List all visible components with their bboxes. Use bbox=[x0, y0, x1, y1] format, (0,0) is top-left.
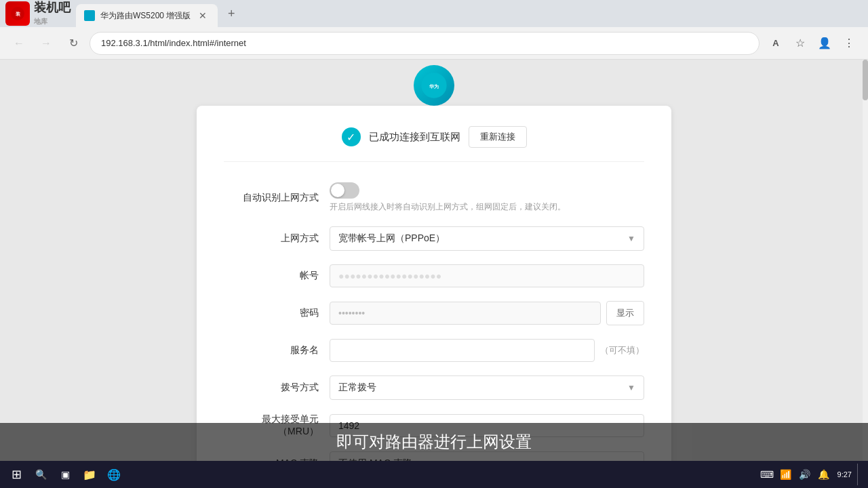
svg-text:华为: 华为 bbox=[429, 83, 439, 89]
reconnect-button[interactable]: 重新连接 bbox=[469, 126, 527, 148]
auto-detect-toggle[interactable] bbox=[330, 182, 359, 199]
taskbar-icons: 🔍 ▣ 📁 🌐 bbox=[30, 464, 125, 485]
password-input-row: 显示 bbox=[330, 301, 644, 325]
url-text: 192.168.3.1/html/index.html#/internet bbox=[101, 38, 246, 48]
wan-type-label: 上网方式 bbox=[224, 232, 319, 245]
svg-text:装: 装 bbox=[16, 11, 21, 16]
forward-icon: → bbox=[41, 37, 52, 49]
auto-detect-hint: 开启后网线接入时将自动识别上网方式，组网固定后，建议关闭。 bbox=[330, 201, 644, 213]
account-button[interactable]: 👤 bbox=[814, 33, 835, 54]
start-icon: ⊞ bbox=[12, 467, 22, 482]
browser-tab[interactable]: 华为路由WS5200 增强版 ✕ bbox=[76, 4, 218, 27]
dial-mode-select[interactable]: 正常拨号 ▼ bbox=[330, 375, 644, 400]
forward-button[interactable]: → bbox=[35, 33, 57, 54]
menu-button[interactable]: ⋮ bbox=[838, 33, 860, 54]
success-text: 已成功连接到互联网 bbox=[369, 131, 460, 144]
auto-detect-row: 自动识别上网方式 开启后网线接入时将自动识别上网方式，组网固定后，建议关闭。 bbox=[224, 182, 644, 213]
dial-mode-value: 正常拨号 bbox=[338, 382, 376, 394]
account-control bbox=[330, 264, 644, 287]
account-icon: 👤 bbox=[818, 37, 831, 49]
tab-title: 华为路由WS5200 增强版 bbox=[100, 10, 191, 22]
huawei-logo: 装 bbox=[5, 1, 30, 26]
notification-icon[interactable]: 🔔 bbox=[816, 466, 832, 483]
file-explorer-button[interactable]: 📁 bbox=[79, 464, 100, 485]
search-taskbar-icon: 🔍 bbox=[35, 469, 47, 480]
tab-bar: 装 装机吧地库 华为路由WS5200 增强版 ✕ + bbox=[0, 0, 868, 27]
nav-icons: A ☆ 👤 ⋮ bbox=[765, 33, 860, 54]
wan-type-control: 宽带帐号上网（PPPoE） ▼ bbox=[330, 226, 644, 251]
start-button[interactable]: ⊞ bbox=[5, 464, 27, 485]
auto-detect-label: 自动识别上网方式 bbox=[224, 192, 319, 204]
success-icon: ✓ bbox=[342, 127, 361, 146]
service-name-row: 服务名 （可不填） bbox=[224, 339, 644, 362]
password-label: 密码 bbox=[224, 307, 319, 319]
service-name-control: （可不填） bbox=[330, 339, 644, 362]
password-control: 显示 bbox=[330, 301, 644, 325]
logo-area: 华为 bbox=[0, 60, 868, 106]
star-icon: ☆ bbox=[795, 37, 805, 49]
optional-text: （可不填） bbox=[600, 344, 644, 357]
wan-type-select[interactable]: 宽带帐号上网（PPPoE） ▼ bbox=[330, 226, 644, 251]
browser-taskbar-icon: 🌐 bbox=[107, 468, 121, 481]
brand-text: 装机吧地库 bbox=[34, 1, 71, 26]
account-input[interactable] bbox=[330, 264, 644, 287]
bookmark-button[interactable]: ☆ bbox=[789, 33, 811, 54]
service-name-input[interactable] bbox=[330, 339, 595, 362]
router-logo: 华为 bbox=[414, 65, 454, 106]
browser-chrome: 装 装机吧地库 华为路由WS5200 增强版 ✕ + ← → ↻ 192.168… bbox=[0, 0, 868, 60]
taskbar: ⊞ 🔍 ▣ 📁 🌐 ⌨ 📶 🔊 🔔 9:27 bbox=[0, 461, 868, 488]
wan-type-arrow: ▼ bbox=[627, 234, 635, 243]
task-view-icon: ▣ bbox=[61, 469, 70, 480]
tab-close-button[interactable]: ✕ bbox=[196, 9, 210, 22]
show-password-button[interactable]: 显示 bbox=[606, 301, 644, 325]
new-tab-button[interactable]: + bbox=[220, 3, 242, 24]
browser-taskbar-button[interactable]: 🌐 bbox=[103, 464, 125, 485]
translate-button[interactable]: A bbox=[765, 33, 787, 54]
dial-mode-row: 拨号方式 正常拨号 ▼ bbox=[224, 375, 644, 400]
refresh-button[interactable]: ↻ bbox=[62, 33, 84, 54]
toggle-knob bbox=[331, 184, 344, 197]
subtitle-banner: 即可对路由器进行上网设置 bbox=[0, 423, 868, 461]
success-banner: ✓ 已成功连接到互联网 重新连接 bbox=[224, 126, 644, 162]
dial-mode-control: 正常拨号 ▼ bbox=[330, 375, 644, 400]
subtitle-text: 即可对路由器进行上网设置 bbox=[336, 432, 532, 451]
service-name-input-row: （可不填） bbox=[330, 339, 644, 362]
dial-mode-arrow: ▼ bbox=[627, 383, 635, 392]
account-label: 帐号 bbox=[224, 270, 319, 282]
dial-mode-label: 拨号方式 bbox=[224, 382, 319, 394]
settings-card: ✓ 已成功连接到互联网 重新连接 自动识别上网方式 开启后网线接入时将自动识别上… bbox=[197, 106, 671, 461]
nav-bar: ← → ↻ 192.168.3.1/html/index.html#/inter… bbox=[0, 27, 868, 60]
password-row: 密码 显示 bbox=[224, 301, 644, 325]
tab-favicon bbox=[84, 10, 95, 21]
task-view-button[interactable]: ▣ bbox=[54, 464, 76, 485]
translate-icon: A bbox=[772, 38, 778, 48]
wan-type-row: 上网方式 宽带帐号上网（PPPoE） ▼ bbox=[224, 226, 644, 251]
sys-icons: ⌨ 📶 🔊 🔔 bbox=[759, 466, 832, 483]
show-desktop-button[interactable] bbox=[857, 464, 863, 485]
service-name-label: 服务名 bbox=[224, 344, 319, 357]
back-icon: ← bbox=[14, 37, 24, 49]
address-bar[interactable]: 192.168.3.1/html/index.html#/internet bbox=[90, 32, 760, 55]
account-row: 帐号 bbox=[224, 264, 644, 287]
wan-type-value: 宽带帐号上网（PPPoE） bbox=[338, 232, 445, 245]
taskbar-time: 9:27 bbox=[837, 470, 852, 479]
refresh-icon: ↻ bbox=[69, 37, 78, 49]
file-explorer-icon: 📁 bbox=[83, 468, 96, 481]
menu-icon: ⋮ bbox=[844, 37, 854, 49]
scroll-indicator bbox=[863, 60, 868, 461]
scroll-thumb[interactable] bbox=[863, 60, 868, 100]
taskbar-right: ⌨ 📶 🔊 🔔 9:27 bbox=[759, 464, 863, 485]
auto-detect-control: 开启后网线接入时将自动识别上网方式，组网固定后，建议关闭。 bbox=[330, 182, 644, 213]
volume-icon[interactable]: 🔊 bbox=[797, 466, 813, 483]
password-input[interactable] bbox=[330, 302, 601, 325]
time-text: 9:27 bbox=[837, 470, 852, 479]
keyboard-icon[interactable]: ⌨ bbox=[759, 466, 775, 483]
search-taskbar-button[interactable]: 🔍 bbox=[30, 464, 52, 485]
back-button[interactable]: ← bbox=[8, 33, 30, 54]
page-content: 华为 ✓ 已成功连接到互联网 重新连接 自动识别上网方式 开启后网线接入时将自动… bbox=[0, 60, 868, 461]
network-icon[interactable]: 📶 bbox=[778, 466, 794, 483]
